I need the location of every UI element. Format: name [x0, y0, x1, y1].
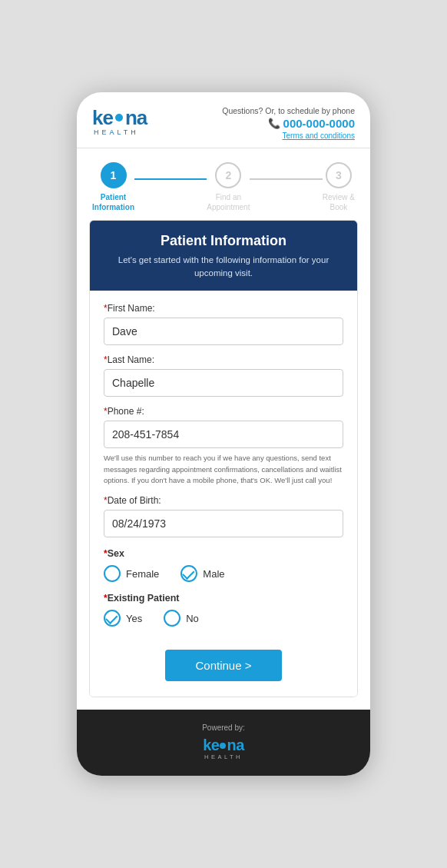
phone-icon: 📞 — [268, 118, 280, 129]
continue-row: Continue > — [90, 639, 357, 697]
step-line-1 — [134, 178, 207, 180]
step-1-label: PatientInformation — [92, 192, 134, 212]
terms-link[interactable]: Terms and conditions — [222, 131, 355, 140]
header-right: Questions? Or, to schedule by phone 📞 00… — [222, 106, 355, 140]
existing-yes-label: Yes — [126, 613, 142, 624]
step-1-circle: 1 — [101, 162, 127, 188]
footer-logo: kena — [84, 737, 363, 754]
footer-logo-dot-icon — [220, 743, 226, 749]
existing-label: *Existing Patient — [104, 593, 343, 604]
existing-no-circle — [164, 610, 180, 627]
step-3-label: Review &Book — [323, 192, 355, 212]
step-2-label: Find anAppointment — [207, 192, 250, 212]
sex-female-circle — [104, 565, 121, 582]
sex-male-circle — [180, 565, 197, 582]
existing-yes-option[interactable]: Yes — [104, 610, 142, 627]
dob-label: *Date of Birth: — [104, 495, 343, 506]
header: kena HEALTH Questions? Or, to schedule b… — [77, 92, 370, 148]
form-subtitle: Let's get started with the following inf… — [105, 254, 342, 281]
sex-female-option[interactable]: Female — [104, 565, 159, 582]
step-line-2 — [250, 178, 322, 180]
last-name-input[interactable] — [104, 369, 343, 397]
footer-health: HEALTH — [84, 753, 363, 760]
existing-yes-circle — [104, 610, 121, 627]
header-phone: 📞 000-000-0000 — [222, 117, 355, 130]
form-card-header: Patient Information Let's get started wi… — [90, 221, 357, 291]
phone-label: *Phone #: — [104, 406, 343, 417]
phone-hint: We'll use this number to reach you if we… — [104, 453, 343, 486]
step-2-circle: 2 — [215, 162, 241, 188]
sex-radio-group: Female Male — [104, 565, 343, 582]
header-question: Questions? Or, to schedule by phone — [222, 106, 355, 115]
logo-health: HEALTH — [94, 128, 139, 136]
form-card: Patient Information Let's get started wi… — [89, 220, 358, 697]
step-3: 3 Review &Book — [323, 162, 355, 212]
existing-no-option[interactable]: No — [164, 610, 199, 627]
first-name-input[interactable] — [104, 318, 343, 345]
step-1: 1 PatientInformation — [92, 162, 134, 212]
sex-male-label: Male — [203, 568, 224, 580]
sex-female-label: Female — [126, 568, 159, 580]
stepper: 1 PatientInformation 2 Find anAppointmen… — [77, 148, 370, 220]
continue-button[interactable]: Continue > — [165, 650, 283, 681]
existing-radio-group: Yes No — [104, 610, 343, 627]
phone-frame: kena HEALTH Questions? Or, to schedule b… — [77, 92, 370, 776]
last-name-label: *Last Name: — [104, 354, 343, 365]
form-body: *First Name: *Last Name: *Phone #: We'll… — [90, 291, 357, 639]
first-name-label: *First Name: — [104, 303, 343, 314]
dob-input[interactable] — [104, 510, 343, 537]
logo: kena HEALTH — [92, 106, 147, 136]
existing-no-label: No — [186, 613, 199, 624]
logo-dot-icon — [115, 114, 123, 121]
phone-input[interactable] — [104, 421, 343, 448]
footer: Powered by: kena HEALTH — [77, 710, 370, 776]
step-2: 2 Find anAppointment — [207, 162, 250, 212]
footer-powered-by: Powered by: — [84, 723, 363, 732]
step-3-circle: 3 — [326, 162, 352, 188]
phone-number: 000-000-0000 — [283, 117, 355, 130]
sex-male-option[interactable]: Male — [180, 565, 224, 582]
logo-text: kena — [92, 106, 147, 130]
form-title: Patient Information — [105, 233, 342, 249]
sex-label: *Sex — [104, 548, 343, 559]
